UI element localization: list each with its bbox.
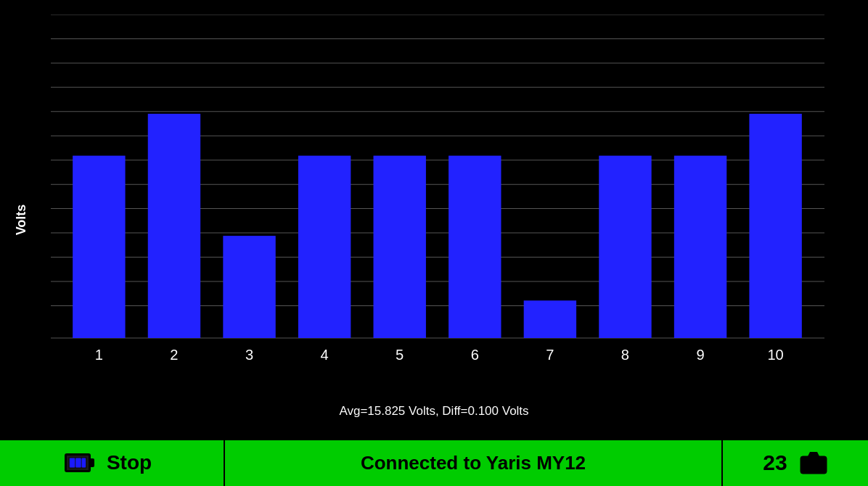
svg-text:10: 10 (767, 347, 783, 363)
svg-text:6: 6 (471, 347, 479, 363)
y-axis-label: Volts (14, 205, 29, 236)
stop-button[interactable]: Stop (99, 451, 159, 474)
bar-4 (298, 156, 351, 338)
battery-inner (68, 457, 87, 469)
bar-6 (449, 156, 501, 338)
bar-3 (223, 236, 275, 338)
bar-1 (73, 156, 125, 338)
bar-chart: 15.89 15.88 15.86 15.85 15.84 15.83 15.8… (51, 15, 824, 382)
svg-text:9: 9 (696, 347, 704, 363)
bar-2 (148, 114, 200, 338)
svg-text:7: 7 (546, 347, 554, 363)
svg-text:2: 2 (170, 347, 178, 363)
bottom-left-section: Stop (0, 440, 225, 486)
bar-7 (524, 300, 576, 338)
svg-point-41 (811, 462, 816, 468)
camera-icon[interactable] (799, 450, 828, 475)
connection-status: Connected to Yaris MY12 (361, 452, 586, 474)
bottom-right-section: 23 (723, 440, 868, 486)
svg-rect-36 (70, 458, 75, 468)
bottom-bar: Stop Connected to Yaris MY12 23 (0, 440, 868, 486)
bar-8 (599, 156, 651, 338)
svg-rect-38 (81, 458, 86, 468)
bottom-center-section: Connected to Yaris MY12 (225, 440, 723, 486)
bar-5 (374, 156, 426, 338)
reading-count: 23 (763, 450, 787, 475)
chart-caption: Avg=15.825 Volts, Diff=0.100 Volts (0, 404, 868, 419)
svg-rect-37 (75, 458, 81, 468)
bar-9 (674, 156, 726, 338)
svg-text:8: 8 (621, 347, 629, 363)
chart-container: 15.89 15.88 15.86 15.85 15.84 15.83 15.8… (51, 15, 824, 382)
battery-icon (65, 453, 91, 472)
svg-text:4: 4 (321, 347, 329, 363)
svg-text:1: 1 (95, 347, 103, 363)
chart-area: Volts 15.89 15.88 15.86 (0, 0, 868, 440)
bar-10 (749, 114, 801, 338)
svg-rect-42 (819, 458, 823, 461)
battery-svg (68, 456, 87, 469)
svg-text:3: 3 (245, 347, 253, 363)
svg-text:5: 5 (396, 347, 404, 363)
